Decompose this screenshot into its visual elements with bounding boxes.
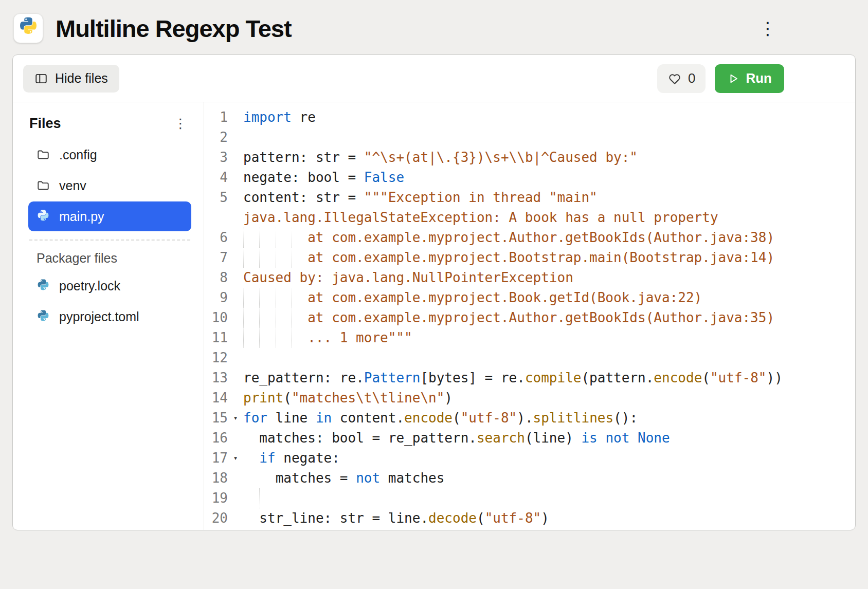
page: Multiline Regexp Test ⋮ Hide files [0,0,868,530]
file-label: venv [59,178,86,193]
panel-content: Files ⋮ .configvenvmain.py Packager file… [13,102,855,530]
line-number: 12 [204,348,228,368]
line-number: 10 [204,308,228,328]
indent-guide [292,248,308,268]
file-label: pyproject.toml [59,309,139,324]
page-title: Multiline Regexp Test [56,14,292,43]
code-text [243,488,855,508]
run-label: Run [746,70,772,86]
files-menu-kebab-icon[interactable]: ⋮ [170,116,191,132]
files-header: Files [29,116,61,132]
fold-arrow-icon[interactable]: ▾ [228,448,243,468]
indent-guide [276,248,292,268]
line-number: 20 [204,508,228,528]
line-number: 16 [204,428,228,448]
indent-guide [276,288,292,308]
file-item-pyproject.toml[interactable]: pyproject.toml [28,302,191,332]
folder-icon [35,148,51,161]
packager-list: poetry.lockpyproject.toml [28,271,191,332]
packager-files-header: Packager files [37,251,191,266]
file-label: main.py [59,209,104,224]
code-line[interactable]: 3pattern: str = "^\s+(at|\.{3})\s+\\b|^C… [204,148,855,168]
sidebar-divider [29,240,190,241]
code-editor[interactable]: 1import re23pattern: str = "^\s+(at|\.{3… [204,102,855,530]
line-number: 15 [204,408,228,428]
hide-files-button[interactable]: Hide files [23,65,119,93]
indent-guide [243,328,259,348]
code-line[interactable]: 1import re [204,107,855,127]
code-text: negate: bool = False [243,168,855,188]
code-text: at com.example.myproject.Author.getBookI… [243,308,855,328]
hide-files-label: Hide files [55,71,108,86]
line-number: 8 [204,268,228,288]
file-item-main.py[interactable]: main.py [28,201,191,231]
code-text: content: str = """Exception in thread "m… [243,188,855,228]
file-item-poetry.lock[interactable]: poetry.lock [28,271,191,301]
line-number: 14 [204,388,228,408]
file-label: .config [59,148,97,162]
indent-guide [259,328,275,348]
indent-guide [243,488,259,508]
code-line[interactable]: 16 matches: bool = re_pattern.search(lin… [204,428,855,448]
code-text: at com.example.myproject.Book.getId(Book… [243,288,855,308]
indent-guide [259,488,275,508]
indent-guide [292,288,308,308]
code-text: matches = not matches [243,468,855,488]
kebab-menu-icon[interactable]: ⋮ [754,13,782,43]
line-number: 6 [204,228,228,248]
file-item-.config[interactable]: .config [28,140,191,170]
code-text: import re [243,107,855,127]
line-number: 17 [204,448,228,468]
toolbar-right: 0 Run [657,64,845,93]
line-number: 5 [204,188,228,208]
files-sidebar: Files ⋮ .configvenvmain.py Packager file… [13,102,204,530]
indent-guide [276,308,292,328]
python-icon [35,279,51,292]
code-line[interactable]: 8Caused by: java.lang.NullPointerExcepti… [204,268,855,288]
line-number: 7 [204,248,228,268]
code-area: 1import re23pattern: str = "^\s+(at|\.{3… [204,107,855,528]
code-line[interactable]: 10at com.example.myproject.Author.getBoo… [204,308,855,328]
likes-button[interactable]: 0 [657,64,706,93]
code-line[interactable]: 12 [204,348,855,368]
file-label: poetry.lock [59,279,120,293]
code-line[interactable]: 19 [204,488,855,508]
python-icon [35,210,51,223]
indent-guide [259,248,275,268]
code-line[interactable]: 14print("matches\t\tline\n") [204,388,855,408]
python-logo-icon [18,17,39,40]
code-line[interactable]: 18 matches = not matches [204,468,855,488]
indent-guide [243,228,259,248]
heart-icon [667,71,682,86]
run-button[interactable]: Run [715,64,784,93]
code-text: at com.example.myproject.Author.getBookI… [243,228,855,248]
code-text: pattern: str = "^\s+(at|\.{3})\s+\\b|^Ca… [243,148,855,168]
code-line[interactable]: 17▾ if negate: [204,448,855,468]
code-line[interactable]: 2 [204,127,855,148]
line-number: 9 [204,288,228,308]
code-line[interactable]: 7at com.example.myproject.Bootstrap.main… [204,248,855,268]
line-number: 2 [204,127,228,148]
indent-guide [292,308,308,328]
code-line[interactable]: 9at com.example.myproject.Book.getId(Boo… [204,288,855,308]
indent-guide [259,308,275,328]
line-number: 4 [204,168,228,188]
code-text: Caused by: java.lang.NullPointerExceptio… [243,268,855,288]
line-number: 18 [204,468,228,488]
file-list: .configvenvmain.py [28,140,191,231]
code-line[interactable]: 6at com.example.myproject.Author.getBook… [204,228,855,248]
indent-guide [292,328,308,348]
code-line[interactable]: 4negate: bool = False [204,168,855,188]
line-number: 19 [204,488,228,508]
line-number: 3 [204,148,228,168]
folder-icon [35,179,51,192]
code-line[interactable]: 11... 1 more""" [204,328,855,348]
code-line[interactable]: 20 str_line: str = line.decode("utf-8") [204,508,855,528]
fold-arrow-icon[interactable]: ▾ [228,408,243,428]
code-line[interactable]: 5content: str = """Exception in thread "… [204,188,855,228]
code-line[interactable]: 15▾for line in content.encode("utf-8").s… [204,408,855,428]
code-line[interactable]: 13re_pattern: re.Pattern[bytes] = re.com… [204,368,855,388]
code-text: str_line: str = line.decode("utf-8") [243,508,855,528]
file-item-venv[interactable]: venv [28,171,191,200]
line-number: 1 [204,107,228,127]
